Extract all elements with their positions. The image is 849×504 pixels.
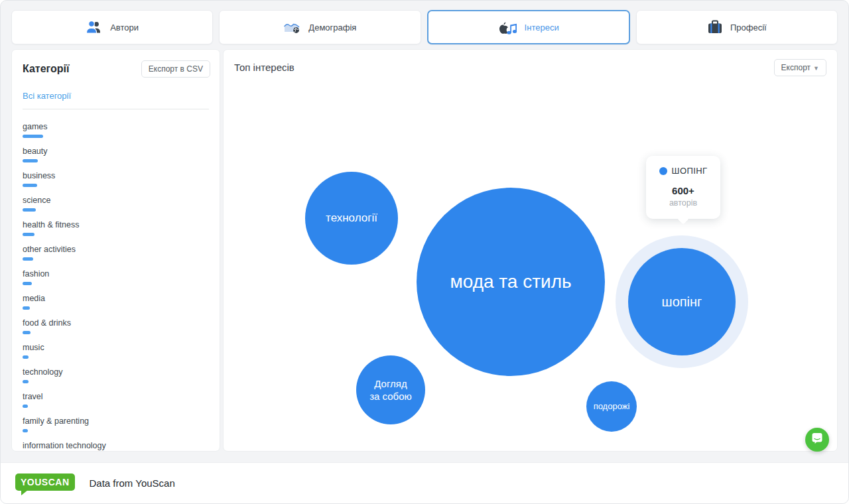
bubble-fashion-style[interactable]: мода та стиль: [417, 188, 605, 376]
category-label: information technology: [23, 441, 209, 451]
category-bar: [23, 135, 43, 138]
tooltip-label: ШОПІНГ: [672, 166, 708, 176]
people-icon: [86, 20, 103, 34]
category-label: business: [23, 171, 209, 181]
category-item[interactable]: science: [23, 196, 209, 212]
category-item[interactable]: family & parenting: [23, 416, 209, 432]
category-item[interactable]: other activities: [23, 245, 209, 261]
category-item[interactable]: beauty: [23, 147, 209, 162]
category-item[interactable]: information technology: [23, 441, 209, 452]
all-categories-link[interactable]: Всі категорії: [23, 91, 209, 101]
category-bar: [23, 184, 37, 187]
bubble-tooltip: ШОПІНГ 600+ авторів: [646, 156, 720, 219]
top-interests-panel: Топ інтересів Експорт▼ технологіїмода та…: [223, 49, 838, 452]
chat-bubble-icon: [811, 432, 823, 447]
category-bar: [23, 208, 36, 212]
tooltip-unit: авторів: [646, 198, 720, 208]
category-bar: [23, 257, 33, 261]
category-bar: [23, 233, 34, 236]
category-bar: [23, 429, 28, 432]
category-bar: [23, 380, 29, 383]
category-label: technology: [23, 367, 209, 377]
category-label: food & drinks: [23, 318, 209, 328]
export-csv-button[interactable]: Експорт в CSV: [141, 60, 210, 78]
category-list: games beauty business science health & f…: [12, 111, 220, 452]
category-label: health & fitness: [23, 220, 209, 230]
bubble-chart: технологіїмода та стильшопінгДогляд за с…: [224, 50, 837, 451]
category-item[interactable]: food & drinks: [23, 318, 209, 334]
area-chart-globe-icon: [283, 20, 301, 34]
top-tab-bar: Автори Демографія: [11, 10, 838, 44]
legend-dot-icon: [659, 167, 667, 175]
categories-title: Категорії: [23, 63, 70, 75]
category-item[interactable]: fashion: [23, 269, 209, 285]
category-label: other activities: [23, 245, 209, 255]
briefcase-icon: [707, 20, 723, 34]
category-bar: [23, 282, 32, 285]
category-label: family & parenting: [23, 416, 209, 426]
category-label: science: [23, 196, 209, 206]
category-item[interactable]: technology: [23, 367, 209, 383]
category-label: travel: [23, 392, 209, 402]
apple-music-note-icon: [498, 20, 517, 35]
category-label: fashion: [23, 269, 209, 279]
category-bar: [23, 331, 31, 334]
category-bar: [23, 306, 30, 310]
bubble-travel[interactable]: подорожі: [586, 381, 637, 432]
tab-label: Демографія: [308, 23, 356, 32]
bubble-shopping[interactable]: шопінг: [628, 248, 736, 355]
category-item[interactable]: games: [23, 122, 209, 138]
category-label: beauty: [23, 147, 209, 157]
categories-panel: Категорії Експорт в CSV Всі категорії ga…: [11, 49, 220, 452]
tab-professions[interactable]: Професії: [636, 10, 838, 44]
tab-interests[interactable]: Інтереси: [427, 10, 630, 44]
tab-label: Автори: [110, 23, 139, 32]
tab-label: Інтереси: [525, 23, 559, 32]
bubble-technology[interactable]: технології: [305, 172, 398, 265]
category-label: media: [23, 294, 209, 304]
divider: [23, 109, 209, 109]
chat-widget-button[interactable]: [805, 428, 829, 452]
category-item[interactable]: travel: [23, 392, 209, 408]
tab-demographics[interactable]: Демографія: [219, 10, 421, 44]
category-label: music: [23, 343, 209, 353]
tooltip-value: 600+: [646, 185, 720, 196]
footer: YOUSCAN Data from YouScan: [1, 462, 848, 503]
category-item[interactable]: media: [23, 294, 209, 310]
category-bar: [23, 355, 29, 359]
footer-caption: Data from YouScan: [90, 477, 175, 489]
app-window: Автори Демографія: [0, 0, 849, 504]
category-item[interactable]: music: [23, 343, 209, 359]
category-bar: [23, 405, 28, 408]
category-item[interactable]: business: [23, 171, 209, 187]
tab-label: Професії: [730, 23, 767, 32]
youscan-logo[interactable]: YOUSCAN: [15, 473, 75, 491]
category-item[interactable]: health & fitness: [23, 220, 209, 236]
tab-authors[interactable]: Автори: [11, 10, 213, 44]
bubble-self-care[interactable]: Догляд за собою: [356, 355, 425, 424]
category-bar: [23, 159, 38, 162]
category-label: games: [23, 122, 209, 132]
